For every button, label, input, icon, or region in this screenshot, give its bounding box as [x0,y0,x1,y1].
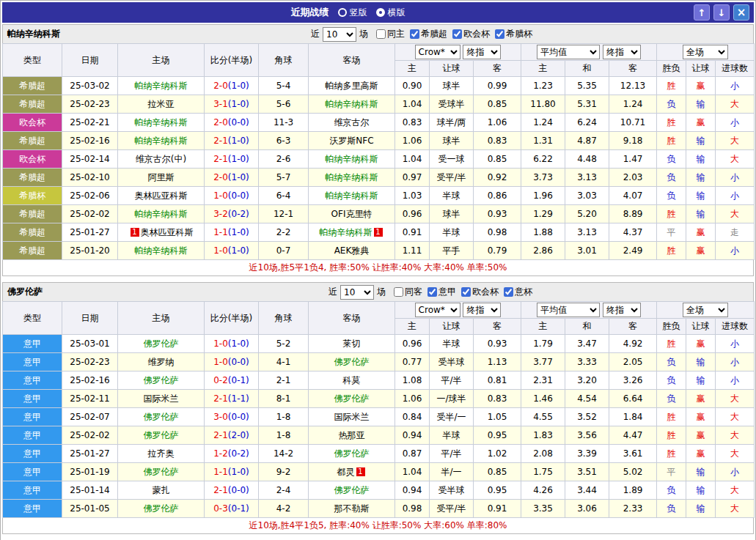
odds-value: 1.31 [521,132,565,150]
team-link[interactable]: 帕纳辛纳科斯 [135,117,188,127]
handicap-company-select[interactable]: Crow* [415,45,460,59]
euro-odds-company-select[interactable]: 平均值 [537,303,600,317]
odds-value: 1.47 [609,150,657,169]
team-link[interactable]: 科莫 [343,375,361,385]
recent-count-select[interactable]: 10 [323,27,356,42]
team-link[interactable]: 沃罗斯NFC [329,136,373,146]
view-option-vertical[interactable]: 竖版 [338,7,367,19]
team-link[interactable]: 佛罗伦萨 [144,375,179,385]
team-link[interactable]: 奥林匹亚科斯 [135,191,188,201]
filter-checkbox[interactable]: 欧会杯 [452,28,490,40]
scope-select[interactable]: 全场 [683,45,728,59]
odds-value: 2.31 [521,371,565,390]
odds-value: 1.11 [395,242,430,260]
fulltime-score: 1-1 [213,467,228,477]
odds-value: 0.81 [474,371,521,390]
team-link[interactable]: 佛罗伦萨 [334,393,370,404]
odds-value: 0.97 [395,169,430,187]
checkbox-input[interactable] [427,287,437,297]
handicap-time-select[interactable]: 终指 [463,303,501,317]
view-option-horizontal[interactable]: 横版 [376,7,405,19]
team-link[interactable]: 拉米亚 [148,99,175,109]
result-goals: 大 [716,481,755,500]
team-link[interactable]: 帕纳辛纳科斯 [320,227,373,237]
odds-value: 0.83 [474,390,521,408]
result-goals: 小 [716,371,755,390]
odds-value: 1.04 [395,95,430,114]
filter-checkbox[interactable]: 意杯 [504,286,532,298]
checkbox-input[interactable] [376,29,386,39]
filter-checkbox[interactable]: 希腊杯 [495,28,532,40]
team-link[interactable]: 佛罗伦萨 [334,448,370,459]
euro-odds-time-select[interactable]: 终指 [603,303,641,317]
team-link[interactable]: 蒙扎 [153,485,170,495]
checkbox-input[interactable] [410,29,419,39]
team-link[interactable]: 帕纳辛纳科斯 [326,172,378,182]
team-link[interactable]: 佛罗伦萨 [334,485,370,495]
euro-odds-company-select[interactable]: 平均值 [537,45,600,59]
team-link[interactable]: 帕纳辛纳科斯 [135,81,188,91]
col-header-away: 客场 [309,44,395,77]
team-link[interactable]: 佛罗伦萨 [144,467,179,477]
team-link[interactable]: 拉齐奥 [148,448,175,459]
checkbox-input[interactable] [504,287,513,297]
match-row: 希腊超25-01-271奥林匹亚科斯1-1(1-0)2-2帕纳辛纳科斯10.91… [3,223,755,242]
checkbox-input[interactable] [452,29,462,39]
fulltime-score: 2-1 [213,136,228,146]
filter-checkbox[interactable]: 意甲 [427,286,456,298]
handicap-time-select[interactable]: 终指 [463,45,501,59]
team-link[interactable]: 帕纳辛纳科斯 [326,191,378,201]
team-link[interactable]: 帕纳辛纳科斯 [135,245,188,256]
team-link[interactable]: 帕纳多里高斯 [326,81,378,91]
odds-value: 1.46 [521,390,565,408]
team-link[interactable]: 帕纳辛纳科斯 [326,154,378,164]
handicap-company-select[interactable]: Crow* [415,303,460,317]
team-link[interactable]: 维罗纳 [148,357,175,367]
team-link[interactable]: OFI克里特 [331,209,373,219]
scope-select[interactable]: 全场 [683,303,728,317]
filter-checkbox[interactable]: 欧会杯 [461,286,499,298]
team-link[interactable]: 奥林匹亚科斯 [141,227,194,237]
result-goals: 小 [716,353,755,371]
team-link[interactable]: 佛罗伦萨 [144,412,179,422]
team-link[interactable]: 莱切 [343,339,361,349]
filter-checkbox[interactable]: 同客 [394,286,422,298]
team-link[interactable]: 帕纳辛纳科斯 [326,99,378,109]
team-link[interactable]: 维京古尔 [334,117,370,127]
match-date: 25-02-14 [62,150,118,169]
checkbox-label: 同主 [387,28,405,40]
team-link[interactable]: 帕纳辛纳科斯 [135,136,188,146]
column-header: 进球数 [716,61,755,77]
team-link[interactable]: AEK雅典 [334,245,370,256]
team-link[interactable]: 那不勒斯 [334,503,370,514]
match-date: 25-01-27 [62,445,118,463]
team-link[interactable]: 佛罗伦萨 [144,339,179,349]
team-section-fiorentina: 佛罗伦萨 近 10 场 同客意甲欧会杯意杯 类型 日期 主场 比分(半场) [2,282,754,534]
checkbox-label: 同客 [405,286,422,298]
team-link[interactable]: 热那亚 [339,430,365,440]
odds-value: 0.99 [474,77,521,95]
home-team: 阿里斯 [118,169,205,187]
team-link[interactable]: 阿里斯 [148,172,175,182]
team-name: 佛罗伦萨 [7,286,43,298]
scroll-down-button[interactable]: ↓ [713,4,730,21]
checkbox-input[interactable] [495,29,504,39]
team-link[interactable]: 帕纳辛纳科斯 [135,209,188,219]
recent-count-select[interactable]: 10 [340,285,374,300]
team-link[interactable]: 佛罗伦萨 [144,430,179,440]
team-link[interactable]: 维京古尔(中) [136,154,186,164]
checkbox-input[interactable] [394,287,403,297]
checkbox-input[interactable] [461,287,471,297]
result-handicap: 赢 [686,335,716,353]
team-link[interactable]: 国际米兰 [144,393,179,404]
filter-checkbox[interactable]: 希腊超 [410,28,447,40]
match-row: 希腊超25-02-10阿里斯2-0(1-0)5-7帕纳辛纳科斯0.97受平/半0… [3,169,755,187]
euro-odds-time-select[interactable]: 终指 [603,45,641,59]
team-link[interactable]: 都灵 [337,467,355,477]
team-link[interactable]: 国际米兰 [334,412,370,422]
filter-checkbox[interactable]: 同主 [376,28,405,40]
team-link[interactable]: 佛罗伦萨 [334,357,370,367]
close-button[interactable]: × [733,4,749,21]
team-link[interactable]: 佛罗伦萨 [144,503,179,514]
scroll-up-button[interactable]: ↑ [694,4,710,21]
